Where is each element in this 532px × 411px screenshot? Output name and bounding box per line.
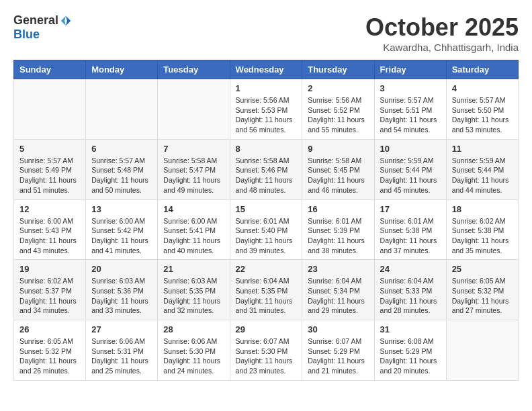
weekday-header-tuesday: Tuesday	[158, 60, 230, 79]
day-info: Sunrise: 6:00 AM Sunset: 5:43 PM Dayligh…	[19, 216, 80, 256]
calendar-cell: 21Sunrise: 6:03 AM Sunset: 5:35 PM Dayli…	[158, 260, 230, 320]
calendar-cell: 16Sunrise: 6:01 AM Sunset: 5:39 PM Dayli…	[302, 199, 374, 260]
day-info: Sunrise: 6:06 AM Sunset: 5:31 PM Dayligh…	[91, 336, 152, 376]
weekday-header-wednesday: Wednesday	[230, 60, 302, 79]
day-info: Sunrise: 6:00 AM Sunset: 5:41 PM Dayligh…	[163, 216, 224, 256]
calendar-cell	[86, 79, 158, 140]
day-info: Sunrise: 6:03 AM Sunset: 5:35 PM Dayligh…	[163, 276, 224, 316]
day-info: Sunrise: 6:08 AM Sunset: 5:29 PM Dayligh…	[380, 336, 441, 376]
page-header: General Blue October 2025 Kawardha, Chha…	[13, 13, 519, 53]
title-block: October 2025 Kawardha, Chhattisgarh, Ind…	[365, 13, 519, 53]
day-number: 17	[380, 204, 441, 214]
day-number: 13	[91, 204, 152, 214]
weekday-header-row: SundayMondayTuesdayWednesdayThursdayFrid…	[14, 60, 519, 79]
weekday-header-thursday: Thursday	[302, 60, 374, 79]
calendar-cell	[158, 79, 230, 140]
calendar-cell: 17Sunrise: 6:01 AM Sunset: 5:38 PM Dayli…	[374, 199, 446, 260]
day-number: 1	[236, 83, 297, 93]
logo: General Blue	[13, 13, 72, 42]
day-number: 14	[163, 204, 224, 214]
calendar-cell: 12Sunrise: 6:00 AM Sunset: 5:43 PM Dayli…	[14, 199, 86, 260]
day-number: 26	[19, 324, 80, 334]
day-number: 3	[380, 83, 441, 93]
day-info: Sunrise: 6:00 AM Sunset: 5:42 PM Dayligh…	[91, 216, 152, 256]
day-number: 5	[19, 144, 80, 154]
day-info: Sunrise: 5:56 AM Sunset: 5:52 PM Dayligh…	[308, 95, 368, 135]
day-info: Sunrise: 5:58 AM Sunset: 5:45 PM Dayligh…	[308, 156, 368, 195]
calendar-cell: 25Sunrise: 6:05 AM Sunset: 5:32 PM Dayli…	[446, 260, 518, 320]
calendar-cell: 11Sunrise: 5:59 AM Sunset: 5:44 PM Dayli…	[446, 139, 518, 199]
day-number: 27	[91, 324, 152, 334]
weekday-header-monday: Monday	[86, 60, 158, 79]
day-info: Sunrise: 6:02 AM Sunset: 5:37 PM Dayligh…	[19, 276, 80, 316]
calendar-cell: 9Sunrise: 5:58 AM Sunset: 5:45 PM Daylig…	[302, 139, 374, 199]
calendar-cell: 29Sunrise: 6:07 AM Sunset: 5:30 PM Dayli…	[230, 320, 302, 381]
calendar-row-4: 19Sunrise: 6:02 AM Sunset: 5:37 PM Dayli…	[14, 260, 519, 320]
weekday-header-friday: Friday	[374, 60, 446, 79]
day-info: Sunrise: 6:02 AM Sunset: 5:38 PM Dayligh…	[452, 216, 513, 256]
day-info: Sunrise: 6:01 AM Sunset: 5:39 PM Dayligh…	[308, 216, 368, 256]
calendar-cell: 27Sunrise: 6:06 AM Sunset: 5:31 PM Dayli…	[86, 320, 158, 381]
day-number: 10	[380, 144, 441, 154]
day-number: 25	[452, 264, 513, 274]
day-number: 23	[308, 264, 368, 274]
day-number: 18	[452, 204, 513, 214]
day-number: 12	[19, 204, 80, 214]
day-number: 20	[91, 264, 152, 274]
day-number: 16	[308, 204, 368, 214]
calendar-cell	[14, 79, 86, 140]
calendar-cell: 24Sunrise: 6:04 AM Sunset: 5:33 PM Dayli…	[374, 260, 446, 320]
day-number: 9	[308, 144, 368, 154]
calendar-row-1: 1Sunrise: 5:56 AM Sunset: 5:53 PM Daylig…	[14, 79, 519, 140]
calendar-cell: 30Sunrise: 6:07 AM Sunset: 5:29 PM Dayli…	[302, 320, 374, 381]
day-number: 22	[236, 264, 297, 274]
day-info: Sunrise: 5:58 AM Sunset: 5:46 PM Dayligh…	[236, 156, 297, 195]
day-info: Sunrise: 5:59 AM Sunset: 5:44 PM Dayligh…	[380, 156, 441, 195]
calendar-cell: 7Sunrise: 5:58 AM Sunset: 5:47 PM Daylig…	[158, 139, 230, 199]
day-number: 4	[452, 83, 513, 93]
day-number: 31	[380, 324, 441, 334]
calendar-cell: 15Sunrise: 6:01 AM Sunset: 5:40 PM Dayli…	[230, 199, 302, 260]
day-number: 7	[163, 144, 224, 154]
calendar-cell: 10Sunrise: 5:59 AM Sunset: 5:44 PM Dayli…	[374, 139, 446, 199]
svg-marker-1	[61, 15, 66, 25]
calendar-cell: 26Sunrise: 6:05 AM Sunset: 5:32 PM Dayli…	[14, 320, 86, 381]
calendar-cell: 4Sunrise: 5:57 AM Sunset: 5:50 PM Daylig…	[446, 79, 518, 140]
calendar-cell: 22Sunrise: 6:04 AM Sunset: 5:35 PM Dayli…	[230, 260, 302, 320]
day-info: Sunrise: 6:04 AM Sunset: 5:33 PM Dayligh…	[380, 276, 441, 316]
svg-marker-0	[66, 15, 71, 25]
calendar-cell: 20Sunrise: 6:03 AM Sunset: 5:36 PM Dayli…	[86, 260, 158, 320]
calendar-row-5: 26Sunrise: 6:05 AM Sunset: 5:32 PM Dayli…	[14, 320, 519, 381]
day-number: 24	[380, 264, 441, 274]
calendar-cell: 6Sunrise: 5:57 AM Sunset: 5:48 PM Daylig…	[86, 139, 158, 199]
logo-blue-text: Blue	[13, 28, 40, 41]
day-info: Sunrise: 6:07 AM Sunset: 5:29 PM Dayligh…	[308, 336, 368, 376]
day-info: Sunrise: 5:57 AM Sunset: 5:49 PM Dayligh…	[19, 156, 80, 195]
day-number: 19	[19, 264, 80, 274]
weekday-header-saturday: Saturday	[446, 60, 518, 79]
calendar-cell: 28Sunrise: 6:06 AM Sunset: 5:30 PM Dayli…	[158, 320, 230, 381]
calendar-table: SundayMondayTuesdayWednesdayThursdayFrid…	[13, 60, 519, 381]
logo-icon	[60, 15, 72, 27]
day-info: Sunrise: 5:58 AM Sunset: 5:47 PM Dayligh…	[163, 156, 224, 195]
day-number: 29	[236, 324, 297, 334]
day-info: Sunrise: 5:57 AM Sunset: 5:50 PM Dayligh…	[452, 95, 513, 135]
calendar-cell: 8Sunrise: 5:58 AM Sunset: 5:46 PM Daylig…	[230, 139, 302, 199]
calendar-cell: 1Sunrise: 5:56 AM Sunset: 5:53 PM Daylig…	[230, 79, 302, 140]
day-info: Sunrise: 6:07 AM Sunset: 5:30 PM Dayligh…	[236, 336, 297, 376]
calendar-cell: 23Sunrise: 6:04 AM Sunset: 5:34 PM Dayli…	[302, 260, 374, 320]
day-number: 30	[308, 324, 368, 334]
day-number: 2	[308, 83, 368, 93]
day-number: 6	[91, 144, 152, 154]
day-number: 8	[236, 144, 297, 154]
day-number: 11	[452, 144, 513, 154]
calendar-row-3: 12Sunrise: 6:00 AM Sunset: 5:43 PM Dayli…	[14, 199, 519, 260]
calendar-cell: 18Sunrise: 6:02 AM Sunset: 5:38 PM Dayli…	[446, 199, 518, 260]
day-info: Sunrise: 6:06 AM Sunset: 5:30 PM Dayligh…	[163, 336, 224, 376]
day-number: 15	[236, 204, 297, 214]
weekday-header-sunday: Sunday	[14, 60, 86, 79]
day-info: Sunrise: 5:59 AM Sunset: 5:44 PM Dayligh…	[452, 156, 513, 195]
location-text: Kawardha, Chhattisgarh, India	[365, 42, 519, 53]
day-info: Sunrise: 6:03 AM Sunset: 5:36 PM Dayligh…	[91, 276, 152, 316]
day-info: Sunrise: 6:05 AM Sunset: 5:32 PM Dayligh…	[452, 276, 513, 316]
